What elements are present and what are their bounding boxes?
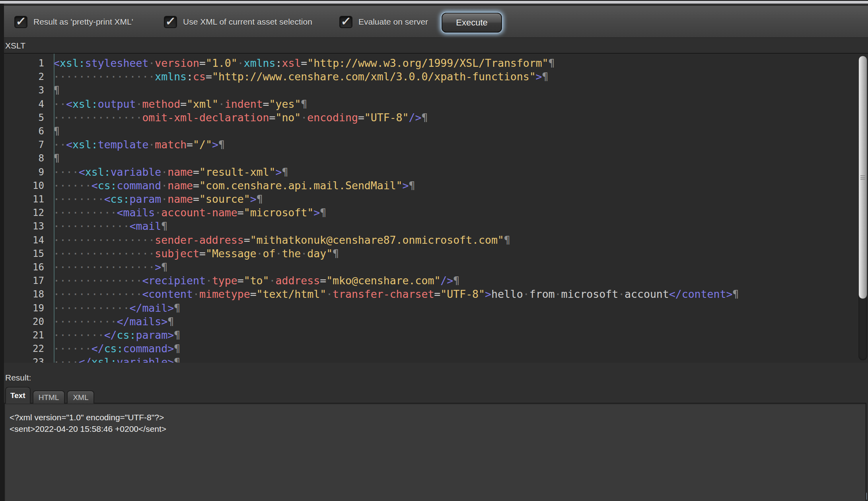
line-number: 19 (4, 301, 49, 315)
code-token: "UTF-8" (364, 111, 409, 124)
code-line[interactable]: 16················>¶ (4, 260, 856, 274)
code-line-content: ····<xsl:variable·name="result-xml">¶ (49, 165, 288, 179)
code-line[interactable]: 1<xsl:stylesheet·version="1.0"·xmlns:xsl… (4, 56, 856, 70)
code-line[interactable]: 9····<xsl:variable·name="result-xml">¶ (4, 165, 856, 179)
code-token: the (282, 247, 301, 260)
editor-scrollbar-thumb[interactable] (858, 56, 867, 299)
result-output-text: <?xml version="1.0" encoding="UTF-8"?><s… (5, 404, 866, 435)
code-lines: 1<xsl:stylesheet·version="1.0"·xmlns:xsl… (4, 56, 856, 363)
code-token: · (523, 288, 529, 300)
code-token: "text/html" (257, 288, 327, 300)
code-token: xsl (282, 57, 301, 69)
code-token: xmlns (155, 70, 187, 83)
checkmark-icon: ✓ (340, 14, 352, 28)
code-token: xsl: (60, 57, 85, 69)
checkbox[interactable]: ✓ (339, 16, 352, 28)
code-token: ·············· (53, 288, 142, 300)
gutter-separator (54, 54, 54, 363)
code-token: ¶ (174, 356, 180, 363)
xslt-editor[interactable]: 1<xsl:stylesheet·version="1.0"·xmlns:xsl… (4, 53, 868, 363)
code-token: mails (129, 315, 161, 328)
code-line[interactable]: 10······<cs:command·name="com.censhare.a… (4, 179, 856, 192)
code-token: ¶ (167, 315, 174, 328)
code-line[interactable]: 3¶ (4, 84, 856, 97)
code-token: · (301, 111, 307, 124)
code-token: account-name (161, 206, 237, 219)
line-number: 11 (4, 192, 49, 206)
code-line[interactable]: 2················xmlns:cs="http://www.ce… (4, 70, 856, 84)
checkbox-label: Evaluate on server (358, 17, 428, 27)
code-token: name (167, 166, 193, 178)
code-token: output (98, 98, 136, 110)
checkbox-group: ✓Use XML of current asset selection (164, 6, 312, 37)
code-line[interactable]: 21········</cs:param>¶ (4, 328, 856, 342)
line-number: 15 (4, 247, 49, 260)
code-token: ·········· (53, 315, 117, 328)
code-token: < (117, 206, 123, 219)
code-token: cs: (111, 193, 130, 205)
checkbox-group: ✓Evaluate on server (339, 6, 428, 37)
code-line[interactable]: 6¶ (4, 124, 856, 138)
code-token: ¶ (542, 70, 549, 83)
editor-scrollbar[interactable] (858, 56, 867, 360)
code-line-content: ··········</mails>¶ (49, 315, 174, 328)
result-output-panel[interactable]: <?xml version="1.0" encoding="UTF-8"?><s… (4, 403, 866, 501)
code-token: mails (123, 206, 155, 219)
checkmark-icon: ✓ (15, 14, 27, 28)
code-token: · (136, 98, 142, 110)
code-token: > (313, 206, 320, 219)
code-line-content: ················>¶ (49, 260, 167, 274)
code-line[interactable]: 11········<cs:param·name="source">¶ (4, 192, 856, 206)
code-token: = (237, 274, 244, 287)
code-line[interactable]: 13············<mail¶ (4, 219, 856, 233)
code-token: stylesheet (85, 57, 149, 69)
code-token: · (326, 288, 333, 300)
code-token: "mko@censhare.com" (326, 274, 440, 287)
editor-title: XSLT (5, 41, 25, 50)
code-token: > (167, 329, 174, 341)
tab-text[interactable]: Text (5, 387, 31, 404)
code-token: < (79, 166, 85, 178)
toolbar-checkboxes: ✓Result as 'pretty-print XML'✓Use XML of… (4, 6, 868, 37)
code-line[interactable]: 15················subject="Message·of·th… (4, 247, 856, 260)
code-token: ················ (53, 234, 155, 246)
code-token: "UTF-8" (440, 288, 485, 300)
code-line[interactable]: 5··············omit-xml-declaration="no"… (4, 111, 856, 124)
code-line[interactable]: 23····</xsl:variable>¶ (4, 355, 856, 363)
line-number: 5 (4, 111, 49, 124)
code-token: ¶ (320, 206, 326, 219)
execute-button[interactable]: Execute (442, 13, 502, 33)
tab-xml[interactable]: XML (67, 390, 94, 404)
code-line[interactable]: 14················sender-address="mithat… (4, 233, 856, 247)
code-line[interactable]: 17··············<recipient·type="to"·add… (4, 274, 856, 287)
code-token: ¶ (453, 274, 459, 287)
code-token: </ (104, 329, 117, 341)
code-line[interactable]: 19············</mail>¶ (4, 301, 856, 315)
code-line[interactable]: 8¶ (4, 151, 856, 165)
code-token: ¶ (257, 193, 263, 205)
code-token: sender-address (155, 234, 243, 246)
code-line[interactable]: 18··············<content·mimetype="text/… (4, 287, 856, 301)
code-token: ················ (53, 261, 155, 273)
code-token: encoding (307, 111, 358, 124)
checkmark-icon: ✓ (165, 14, 176, 28)
code-line[interactable]: 12··········<mails·account-name="microso… (4, 206, 856, 219)
code-token: · (206, 274, 212, 287)
code-token: · (237, 57, 244, 69)
code-line[interactable]: 20··········</mails>¶ (4, 315, 856, 328)
code-line[interactable]: 22······</cs:command>¶ (4, 342, 856, 355)
toolbar: ✓Result as 'pretty-print XML'✓Use XML of… (4, 6, 868, 38)
code-token: · (275, 247, 282, 260)
code-token: mail (136, 220, 161, 232)
code-token: cs: (98, 179, 117, 192)
code-line[interactable]: 7··<xsl:template·match="/">¶ (4, 138, 856, 151)
code-line[interactable]: 4··<xsl:output·method="xml"·indent="yes"… (4, 97, 856, 111)
code-token: type (212, 274, 237, 287)
line-number: 6 (4, 124, 49, 138)
code-token: · (269, 274, 276, 287)
tab-html[interactable]: HTML (33, 390, 65, 404)
code-token: ¶ (732, 288, 739, 300)
checkbox[interactable]: ✓ (164, 16, 177, 28)
checkbox[interactable]: ✓ (14, 16, 27, 28)
code-line-content: ················subject="Message·of·the·… (49, 247, 339, 260)
